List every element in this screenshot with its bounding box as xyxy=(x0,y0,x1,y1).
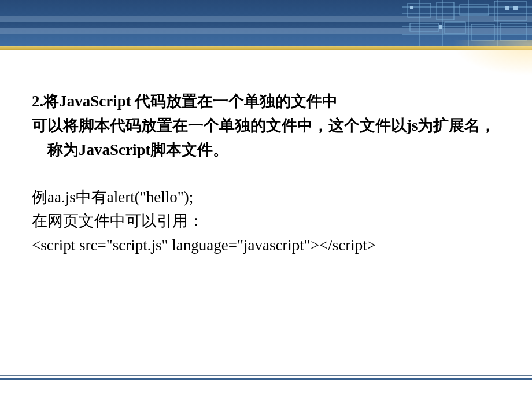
slide-footer-lines xyxy=(0,375,532,380)
svg-rect-5 xyxy=(445,22,466,34)
svg-rect-17 xyxy=(513,6,518,10)
svg-rect-19 xyxy=(410,6,413,9)
svg-rect-3 xyxy=(494,1,526,21)
example-line-2: 在网页文件中可以引用： xyxy=(32,209,506,234)
slide-body: 2.将JavaScript 代码放置在一个单独的文件中 可以将脚本代码放置在一个… xyxy=(32,90,506,258)
svg-rect-16 xyxy=(505,6,509,10)
svg-rect-18 xyxy=(439,25,442,29)
example-code: <script src="script.js" language="javasc… xyxy=(32,234,506,258)
slide-intro: 可以将脚本代码放置在一个单独的文件中，这个文件以js为扩展名，称为JavaScr… xyxy=(32,114,506,162)
svg-rect-1 xyxy=(437,2,454,20)
slide-banner xyxy=(0,0,532,57)
slide-heading: 2.将JavaScript 代码放置在一个单独的文件中 xyxy=(32,90,506,114)
svg-rect-7 xyxy=(500,23,527,40)
svg-rect-2 xyxy=(460,5,489,15)
spacer xyxy=(32,162,506,186)
svg-rect-4 xyxy=(410,23,439,31)
example-line-1: 例aa.js中有alert("hello"); xyxy=(32,186,506,210)
banner-gold-line xyxy=(0,46,532,50)
circuit-decoration xyxy=(402,0,532,46)
